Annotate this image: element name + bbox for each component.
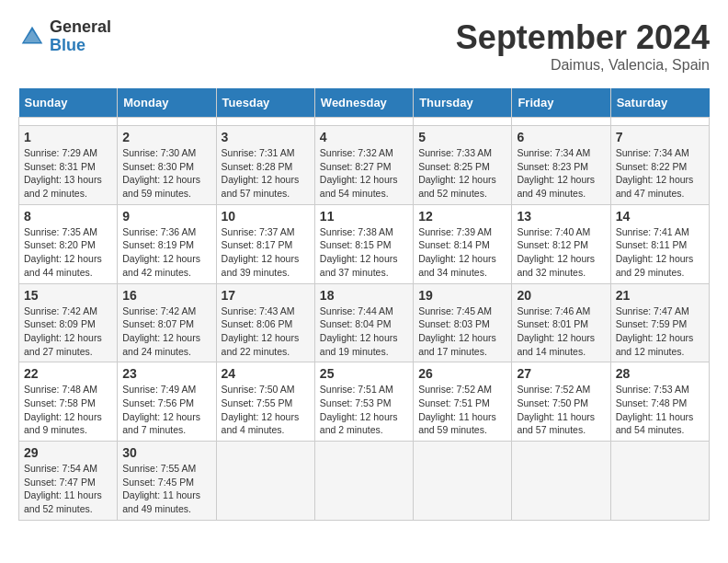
day-number: 20 [517,288,605,303]
calendar-cell: 18Sunrise: 7:44 AMSunset: 8:04 PMDayligh… [314,283,413,362]
cell-details: Sunrise: 7:30 AMSunset: 8:30 PMDaylight:… [122,146,210,201]
day-number: 2 [122,130,210,144]
cell-details: Sunrise: 7:42 AMSunset: 8:09 PMDaylight:… [24,304,112,359]
day-number: 16 [122,288,210,303]
calendar-cell: 19Sunrise: 7:45 AMSunset: 8:03 PMDayligh… [414,283,512,362]
calendar-cell: 4Sunrise: 7:32 AMSunset: 8:27 PMDaylight… [314,126,413,205]
logo-blue-text: Blue [50,37,111,55]
cell-details: Sunrise: 7:36 AMSunset: 8:19 PMDaylight:… [122,225,210,280]
logo-icon [18,23,46,51]
day-number: 13 [517,209,605,224]
calendar-cell: 24Sunrise: 7:50 AMSunset: 7:55 PMDayligh… [216,362,314,442]
cell-details: Sunrise: 7:31 AMSunset: 8:28 PMDaylight:… [222,146,310,201]
calendar-row: 29Sunrise: 7:54 AMSunset: 7:47 PMDayligh… [19,442,710,521]
location-text: Daimus, Valencia, Spain [456,57,710,74]
calendar-cell [512,118,610,126]
day-number: 23 [122,366,210,381]
header-row: Sunday Monday Tuesday Wednesday Thursday… [19,88,710,118]
cell-details: Sunrise: 7:44 AMSunset: 8:04 PMDaylight:… [320,304,408,359]
calendar-cell [216,118,314,126]
calendar-cell: 6Sunrise: 7:34 AMSunset: 8:23 PMDaylight… [512,126,610,205]
day-number: 4 [320,130,408,144]
calendar-cell [610,118,709,126]
calendar-row: 8Sunrise: 7:35 AMSunset: 8:20 PMDaylight… [19,204,710,283]
calendar-cell: 10Sunrise: 7:37 AMSunset: 8:17 PMDayligh… [216,204,314,283]
cell-details: Sunrise: 7:50 AMSunset: 7:55 PMDaylight:… [222,383,310,437]
day-number: 5 [418,130,506,144]
calendar-cell: 8Sunrise: 7:35 AMSunset: 8:20 PMDaylight… [19,204,118,283]
day-number: 28 [616,366,704,381]
calendar-row: 15Sunrise: 7:42 AMSunset: 8:09 PMDayligh… [19,283,710,362]
col-thursday: Thursday [414,88,512,118]
cell-details: Sunrise: 7:53 AMSunset: 7:48 PMDaylight:… [616,383,704,437]
day-number: 26 [418,366,506,381]
cell-details: Sunrise: 7:39 AMSunset: 8:14 PMDaylight:… [418,225,506,280]
calendar-cell: 28Sunrise: 7:53 AMSunset: 7:48 PMDayligh… [610,362,709,442]
day-number: 3 [222,130,310,144]
day-number: 6 [517,130,605,144]
day-number: 1 [24,130,112,144]
day-number: 22 [24,366,112,381]
calendar-cell: 27Sunrise: 7:52 AMSunset: 7:50 PMDayligh… [512,362,610,442]
cell-details: Sunrise: 7:48 AMSunset: 7:58 PMDaylight:… [24,383,112,437]
cell-details: Sunrise: 7:32 AMSunset: 8:27 PMDaylight:… [320,146,408,201]
calendar-cell: 14Sunrise: 7:41 AMSunset: 8:11 PMDayligh… [610,204,709,283]
day-number: 11 [320,209,408,224]
col-monday: Monday [118,88,216,118]
calendar-cell [216,442,314,521]
cell-details: Sunrise: 7:34 AMSunset: 8:23 PMDaylight:… [517,146,605,201]
cell-details: Sunrise: 7:45 AMSunset: 8:03 PMDaylight:… [418,304,506,359]
day-number: 7 [616,130,704,144]
calendar-cell: 1Sunrise: 7:29 AMSunset: 8:31 PMDaylight… [19,126,118,205]
day-number: 9 [122,209,210,224]
day-number: 19 [418,288,506,303]
title-block: September 2024 Daimus, Valencia, Spain [456,18,710,74]
calendar-table: Sunday Monday Tuesday Wednesday Thursday… [18,88,710,521]
day-number: 18 [320,288,408,303]
cell-details: Sunrise: 7:35 AMSunset: 8:20 PMDaylight:… [24,225,112,280]
day-number: 10 [222,209,310,224]
day-number: 24 [222,366,310,381]
calendar-cell: 25Sunrise: 7:51 AMSunset: 7:53 PMDayligh… [314,362,413,442]
calendar-cell: 5Sunrise: 7:33 AMSunset: 8:25 PMDaylight… [414,126,512,205]
calendar-cell: 13Sunrise: 7:40 AMSunset: 8:12 PMDayligh… [512,204,610,283]
calendar-cell: 3Sunrise: 7:31 AMSunset: 8:28 PMDaylight… [216,126,314,205]
day-number: 17 [222,288,310,303]
cell-details: Sunrise: 7:42 AMSunset: 8:07 PMDaylight:… [122,304,210,359]
calendar-cell [414,442,512,521]
cell-details: Sunrise: 7:46 AMSunset: 8:01 PMDaylight:… [517,304,605,359]
calendar-cell [314,118,413,126]
page-header: General Blue September 2024 Daimus, Vale… [18,18,710,74]
day-number: 12 [418,209,506,224]
day-number: 21 [616,288,704,303]
day-number: 8 [24,209,112,224]
calendar-cell: 29Sunrise: 7:54 AMSunset: 7:47 PMDayligh… [19,442,118,521]
calendar-cell: 26Sunrise: 7:52 AMSunset: 7:51 PMDayligh… [414,362,512,442]
cell-details: Sunrise: 7:47 AMSunset: 7:59 PMDaylight:… [616,304,704,359]
cell-details: Sunrise: 7:40 AMSunset: 8:12 PMDaylight:… [517,225,605,280]
col-wednesday: Wednesday [314,88,413,118]
calendar-cell [610,442,709,521]
cell-details: Sunrise: 7:43 AMSunset: 8:06 PMDaylight:… [222,304,310,359]
cell-details: Sunrise: 7:55 AMSunset: 7:45 PMDaylight:… [122,462,210,516]
cell-details: Sunrise: 7:49 AMSunset: 7:56 PMDaylight:… [122,383,210,437]
calendar-cell [512,442,610,521]
calendar-row [19,118,710,126]
calendar-cell: 22Sunrise: 7:48 AMSunset: 7:58 PMDayligh… [19,362,118,442]
cell-details: Sunrise: 7:52 AMSunset: 7:50 PMDaylight:… [517,383,605,437]
cell-details: Sunrise: 7:41 AMSunset: 8:11 PMDaylight:… [616,225,704,280]
col-tuesday: Tuesday [216,88,314,118]
calendar-cell: 17Sunrise: 7:43 AMSunset: 8:06 PMDayligh… [216,283,314,362]
cell-details: Sunrise: 7:52 AMSunset: 7:51 PMDaylight:… [418,383,506,437]
calendar-cell: 2Sunrise: 7:30 AMSunset: 8:30 PMDaylight… [118,126,216,205]
day-number: 30 [122,445,210,460]
col-saturday: Saturday [610,88,709,118]
calendar-cell: 11Sunrise: 7:38 AMSunset: 8:15 PMDayligh… [314,204,413,283]
cell-details: Sunrise: 7:38 AMSunset: 8:15 PMDaylight:… [320,225,408,280]
col-sunday: Sunday [19,88,118,118]
cell-details: Sunrise: 7:29 AMSunset: 8:31 PMDaylight:… [24,146,112,201]
cell-details: Sunrise: 7:34 AMSunset: 8:22 PMDaylight:… [616,146,704,201]
day-number: 25 [320,366,408,381]
calendar-cell: 12Sunrise: 7:39 AMSunset: 8:14 PMDayligh… [414,204,512,283]
cell-details: Sunrise: 7:33 AMSunset: 8:25 PMDaylight:… [418,146,506,201]
